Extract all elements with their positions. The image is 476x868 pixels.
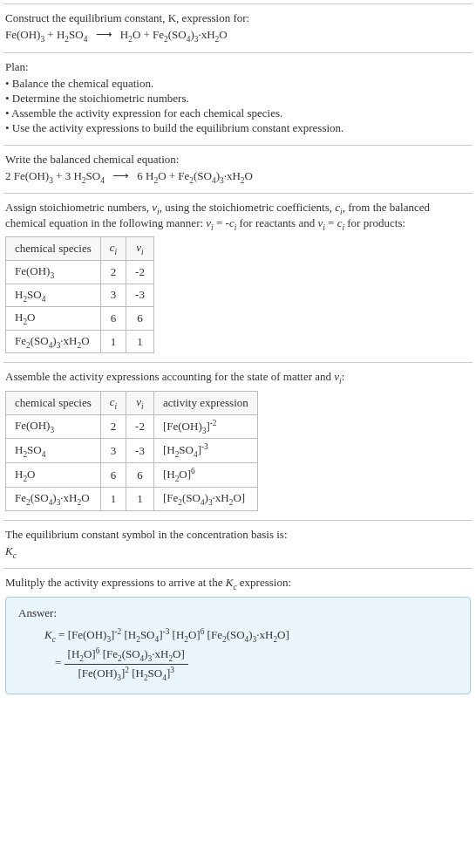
cell-nu: 6	[126, 307, 154, 331]
unbalanced-equation: Fe(OH)3 + H2SO4 ⟶ H2O + Fe2(SO4)3·xH2O	[5, 28, 471, 44]
cell-species: Fe2(SO4)3·xH2O	[6, 488, 101, 511]
activity-section: Assemble the activity expressions accoun…	[3, 362, 473, 520]
plan-item: • Assemble the activity expression for e…	[5, 106, 471, 120]
table-row: Fe2(SO4)3·xH2O 1 1 [Fe2(SO4)3·xH2O]	[6, 488, 258, 511]
cell-expr: [Fe2(SO4)3·xH2O]	[153, 488, 257, 511]
plan-item: • Determine the stoichiometric numbers.	[5, 92, 471, 106]
kc-symbol-section: The equilibrium constant symbol in the c…	[3, 520, 473, 569]
cell-species: Fe2(SO4)3·xH2O	[6, 330, 101, 353]
cell-expr: [Fe(OH)3]-2	[153, 414, 257, 439]
col-nu: νi	[126, 391, 154, 414]
cell-nu: -2	[126, 414, 154, 439]
intro-text: Construct the equilibrium constant, K, e…	[5, 11, 249, 24]
intro-section: Construct the equilibrium constant, K, e…	[3, 3, 473, 52]
coef: 3	[65, 169, 71, 182]
plan-heading: Plan:	[5, 60, 471, 74]
cell-expr: [H2O]6	[153, 463, 257, 488]
stoich-section: Assign stoichiometric numbers, νi, using…	[3, 193, 473, 362]
col-expr: activity expression	[153, 391, 257, 414]
multiply-section: Mulitply the activity expressions to arr…	[3, 568, 473, 702]
coef: 6	[137, 169, 143, 182]
table-header-row: chemical species ci νi activity expressi…	[6, 391, 258, 414]
kc-line1: Kc = [Fe(OH)3]-2 [H2SO4]-3 [H2O]6 [Fe2(S…	[44, 627, 458, 644]
cell-expr: [H2SO4]-3	[153, 439, 257, 463]
intro-line: Construct the equilibrium constant, K, e…	[5, 11, 471, 25]
cell-species: H2SO4	[6, 439, 101, 463]
cell-species: H2SO4	[6, 284, 101, 307]
cell-c: 3	[100, 284, 126, 307]
cell-species: Fe(OH)3	[6, 260, 101, 284]
kc-denominator: [Fe(OH)3]2 [H2SO4]3	[65, 665, 188, 683]
cell-species: H2O	[6, 307, 101, 331]
answer-label: Answer:	[18, 606, 458, 620]
table-row: H2SO4 3 -3	[6, 284, 154, 307]
cell-nu: -3	[126, 439, 154, 463]
plan-bullets: • Balance the chemical equation. • Deter…	[5, 77, 471, 135]
cell-c: 2	[100, 260, 126, 284]
table-row: Fe(OH)3 2 -2	[6, 260, 154, 284]
coef: 2	[5, 169, 11, 182]
cell-c: 6	[100, 307, 126, 331]
kc-fraction: [H2O]6 [Fe2(SO4)3·xH2O] [Fe(OH)3]2 [H2SO…	[65, 646, 188, 683]
cell-c: 1	[100, 488, 126, 511]
table-row: Fe(OH)3 2 -2 [Fe(OH)3]-2	[6, 414, 258, 439]
table-row: Fe2(SO4)3·xH2O 1 1	[6, 330, 154, 353]
cell-nu: 6	[126, 463, 154, 488]
cell-c: 3	[100, 439, 126, 463]
col-c: ci	[100, 391, 126, 414]
answer-expression: Kc = [Fe(OH)3]-2 [H2SO4]-3 [H2O]6 [Fe2(S…	[18, 627, 458, 683]
cell-species: H2O	[6, 463, 101, 488]
balanced-section: Write the balanced chemical equation: 2 …	[3, 145, 473, 194]
table-row: H2O 6 6	[6, 307, 154, 331]
table-row: H2O 6 6 [H2O]6	[6, 463, 258, 488]
cell-c: 1	[100, 330, 126, 353]
multiply-heading: Mulitply the activity expressions to arr…	[5, 576, 471, 591]
stoich-table: chemical species ci νi Fe(OH)3 2 -2 H2SO…	[5, 236, 154, 353]
stoich-text: Assign stoichiometric numbers, νi, using…	[5, 201, 471, 231]
kc-line2: = [H2O]6 [Fe2(SO4)3·xH2O] [Fe(OH)3]2 [H2…	[44, 646, 458, 683]
balanced-equation: 2 Fe(OH)3 + 3 H2SO4 ⟶ 6 H2O + Fe2(SO4)3·…	[5, 169, 471, 185]
plan-item: • Use the activity expressions to build …	[5, 121, 471, 135]
cell-nu: 1	[126, 330, 154, 353]
table-header-row: chemical species ci νi	[6, 237, 154, 261]
activity-heading: Assemble the activity expressions accoun…	[5, 370, 471, 386]
activity-table: chemical species ci νi activity expressi…	[5, 391, 258, 511]
balanced-heading: Write the balanced chemical equation:	[5, 153, 471, 167]
kc-symbol: Kc	[5, 544, 471, 560]
plan-item: • Balance the chemical equation.	[5, 77, 471, 91]
answer-box: Answer: Kc = [Fe(OH)3]-2 [H2SO4]-3 [H2O]…	[5, 597, 471, 694]
cell-c: 2	[100, 414, 126, 439]
cell-nu: -3	[126, 284, 154, 307]
kc-numerator: [H2O]6 [Fe2(SO4)3·xH2O]	[65, 646, 188, 665]
col-nu: νi	[126, 237, 154, 261]
table-row: H2SO4 3 -3 [H2SO4]-3	[6, 439, 258, 463]
cell-c: 6	[100, 463, 126, 488]
col-species: chemical species	[6, 391, 101, 414]
col-species: chemical species	[6, 237, 101, 261]
col-c: ci	[100, 237, 126, 261]
cell-species: Fe(OH)3	[6, 414, 101, 439]
cell-nu: -2	[126, 260, 154, 284]
plan-section: Plan: • Balance the chemical equation. •…	[3, 52, 473, 145]
kc-symbol-text: The equilibrium constant symbol in the c…	[5, 528, 471, 542]
cell-nu: 1	[126, 488, 154, 511]
